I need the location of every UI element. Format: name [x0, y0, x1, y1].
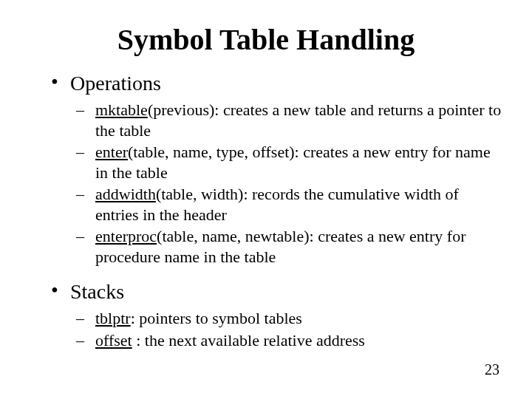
term-mktable: mktable: [95, 100, 148, 119]
term-addwidth: addwidth: [95, 185, 156, 203]
stacks-list: tblptr: pointers to symbol tables offset…: [70, 308, 502, 350]
list-item: enter(table, name, type, offset): create…: [92, 142, 502, 183]
term-enter: enter: [95, 143, 128, 161]
page-number: 23: [485, 361, 499, 378]
bullet-list: Operations mktable(previous): creates a …: [30, 72, 502, 350]
section-heading: Operations: [70, 72, 161, 95]
item-text: : the next available relative address: [132, 331, 365, 349]
list-item: offset : the next available relative add…: [92, 330, 502, 351]
list-item: tblptr: pointers to symbol tables: [92, 308, 502, 329]
section-stacks: Stacks tblptr: pointers to symbol tables…: [70, 280, 502, 350]
slide: Symbol Table Handling Operations mktable…: [0, 0, 532, 399]
section-heading: Stacks: [70, 280, 124, 303]
term-tblptr: tblptr: [95, 309, 131, 327]
list-item: addwidth(table, width): records the cumu…: [92, 184, 502, 225]
section-operations: Operations mktable(previous): creates a …: [70, 72, 502, 267]
list-item: mktable(previous): creates a new table a…: [92, 100, 502, 140]
slide-title: Symbol Table Handling: [30, 22, 502, 57]
term-enterproc: enterproc: [95, 227, 157, 245]
term-offset: offset: [95, 331, 132, 349]
operations-list: mktable(previous): creates a new table a…: [70, 100, 502, 267]
item-text: (table, name, type, offset): creates a n…: [95, 143, 491, 182]
item-text: : pointers to symbol tables: [131, 309, 302, 327]
list-item: enterproc(table, name, newtable): create…: [92, 226, 502, 267]
item-text: (previous): creates a new table and retu…: [95, 100, 501, 140]
